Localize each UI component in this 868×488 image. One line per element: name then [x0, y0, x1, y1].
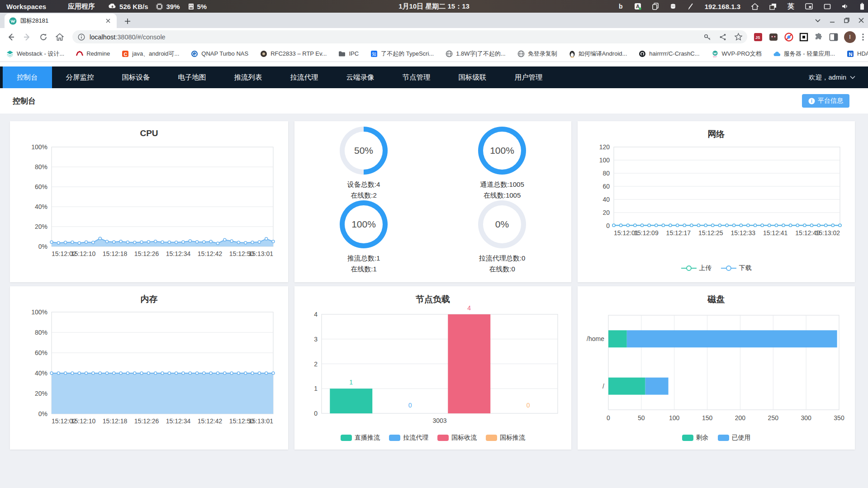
- legend-item[interactable]: 下载: [721, 264, 752, 272]
- wvp-icon: WVP: [711, 50, 719, 57]
- profile-avatar[interactable]: I: [844, 31, 856, 43]
- svg-text:i: i: [811, 99, 812, 104]
- bookmark-item[interactable]: QNAP Turbo NAS: [191, 50, 248, 57]
- share-icon[interactable]: [719, 33, 727, 41]
- webstack-icon: [6, 50, 14, 57]
- tab-title: 国标28181: [20, 17, 104, 25]
- svg-text:WVP: WVP: [713, 56, 717, 57]
- nav-item-6[interactable]: 拉流代理: [276, 66, 332, 88]
- bookmark-item[interactable]: NHDAtmos :: 种子 *...: [847, 50, 868, 58]
- svg-text:300: 300: [801, 414, 811, 422]
- svg-text:20: 20: [602, 209, 610, 216]
- window-minimize-icon[interactable]: [829, 17, 835, 24]
- bookmark-item[interactable]: IPC: [338, 50, 359, 57]
- window-icon[interactable]: [824, 4, 831, 9]
- browser-tab-strip: 国标28181: [0, 13, 868, 28]
- extensions-row: JS I: [751, 28, 864, 46]
- svg-text:0: 0: [606, 222, 610, 229]
- svg-text:15:13:02: 15:13:02: [816, 229, 840, 237]
- url-text: localhost:38080/#/console: [90, 33, 166, 41]
- battery-icon[interactable]: [860, 3, 864, 10]
- window-close-icon[interactable]: [858, 17, 864, 24]
- nav-item-7[interactable]: 云端录像: [332, 66, 389, 88]
- nav-item-4[interactable]: 电子地图: [164, 66, 220, 88]
- nav-item-9[interactable]: 国标级联: [445, 66, 501, 88]
- nav-item-8[interactable]: 节点管理: [389, 66, 445, 88]
- bookmark-item[interactable]: 知了不起的 TypeScri...: [370, 50, 434, 58]
- svg-text:15:12:10: 15:12:10: [71, 417, 96, 425]
- tab-search-chevron-icon[interactable]: [815, 17, 821, 24]
- nav-item-5[interactable]: 推流列表: [220, 66, 276, 88]
- sidepanel-icon[interactable]: [829, 33, 838, 41]
- memory-card: 内存 0%20%40%60%80%100%15:12:0215:12:1015:…: [10, 286, 288, 450]
- svg-text:20%: 20%: [35, 223, 47, 230]
- gauge-percent: 100%: [490, 145, 514, 156]
- bookmark-item[interactable]: Redmine: [76, 50, 110, 57]
- legend-item[interactable]: 上传: [681, 264, 712, 272]
- browser-tab[interactable]: 国标28181: [5, 14, 117, 28]
- svg-text:1: 1: [314, 385, 318, 392]
- address-bar[interactable]: localhost:38080/#/console: [72, 30, 747, 43]
- svg-text:100%: 100%: [31, 143, 47, 151]
- gauge-label: 设备总数:4在线数:2: [347, 179, 380, 200]
- home-icon[interactable]: [751, 3, 759, 10]
- window-restore-icon[interactable]: [844, 17, 850, 24]
- tab-favicon-icon: [9, 17, 17, 25]
- bookmark-item[interactable]: hairrrrr/C-CrashC...: [639, 50, 699, 57]
- volume-icon[interactable]: [842, 3, 849, 9]
- cpu-card: CPU 0%20%40%60%80%100%15:12:0215:12:1015…: [10, 121, 288, 282]
- nav-item-2[interactable]: 分屏监控: [52, 66, 108, 88]
- gauge-ring: 100%: [340, 200, 388, 248]
- input-method-icon[interactable]: A: [634, 3, 641, 10]
- gauge-percent: 0%: [495, 219, 509, 230]
- tray-text[interactable]: 英: [787, 2, 794, 11]
- bookmark-item[interactable]: Cjava、android可...: [122, 50, 179, 58]
- js-extension-icon[interactable]: JS: [754, 33, 763, 42]
- bookmark-item[interactable]: Webstack - 设计...: [6, 50, 64, 58]
- bookmark-item[interactable]: 如何编译Android...: [569, 50, 627, 58]
- pen-icon[interactable]: [688, 3, 694, 10]
- svg-text:15:12:34: 15:12:34: [166, 250, 191, 257]
- nav-item-1[interactable]: 控制台: [3, 66, 52, 88]
- frame-extension-icon[interactable]: [799, 33, 808, 42]
- svg-text:15:12:33: 15:12:33: [730, 229, 755, 237]
- pot-icon[interactable]: [669, 3, 677, 9]
- mask-extension-icon[interactable]: [768, 33, 778, 41]
- clipboard-icon[interactable]: [652, 3, 659, 10]
- nav-item-10[interactable]: 用户管理: [501, 66, 557, 88]
- user-menu[interactable]: 欢迎，admin: [809, 66, 855, 88]
- nav-item-3[interactable]: 国标设备: [108, 66, 164, 88]
- gauge-ring: 50%: [340, 127, 388, 175]
- browser-menu-icon[interactable]: [862, 33, 864, 41]
- browser-home-button[interactable]: [53, 31, 66, 43]
- info-icon: i: [808, 98, 815, 104]
- password-key-icon[interactable]: [703, 33, 711, 41]
- bookmarks-bar: Webstack - 设计...RedmineCjava、android可...…: [0, 46, 868, 62]
- bookmark-item[interactable]: WVPWVP-PRO文档: [711, 50, 762, 58]
- bookmark-item[interactable]: 免登录复制: [517, 50, 557, 58]
- bookmark-star-icon[interactable]: [734, 33, 743, 41]
- redmine-icon: [76, 50, 83, 57]
- platform-info-button[interactable]: i 平台信息: [802, 94, 849, 108]
- bookmark-item[interactable]: 1.8W字|了不起的...: [446, 50, 506, 58]
- qnap-icon: [191, 50, 198, 57]
- keyboard-icon[interactable]: [805, 3, 813, 9]
- svg-text:0: 0: [607, 414, 610, 422]
- svg-text:80%: 80%: [35, 329, 47, 336]
- reload-button[interactable]: [37, 31, 50, 43]
- site-info-icon[interactable]: [78, 33, 85, 41]
- gauge-ring: 0%: [478, 200, 526, 248]
- bookmark-item[interactable]: 服务器 - 轻量应用...: [773, 50, 835, 58]
- globe-icon: [517, 50, 525, 57]
- note-b-icon[interactable]: b: [618, 3, 623, 10]
- blocker-extension-icon[interactable]: [784, 33, 793, 42]
- layers-icon[interactable]: [769, 3, 777, 10]
- back-button[interactable]: [5, 31, 17, 43]
- svg-text:200: 200: [735, 414, 746, 422]
- tab-close-icon[interactable]: [104, 17, 112, 25]
- tray-text[interactable]: 192.168.1.3: [705, 3, 740, 10]
- forward-button[interactable]: [21, 31, 33, 43]
- extensions-puzzle-icon[interactable]: [814, 33, 823, 42]
- bookmark-item[interactable]: RFC2833 – RTP Ev...: [260, 50, 327, 57]
- new-tab-button[interactable]: [122, 16, 133, 27]
